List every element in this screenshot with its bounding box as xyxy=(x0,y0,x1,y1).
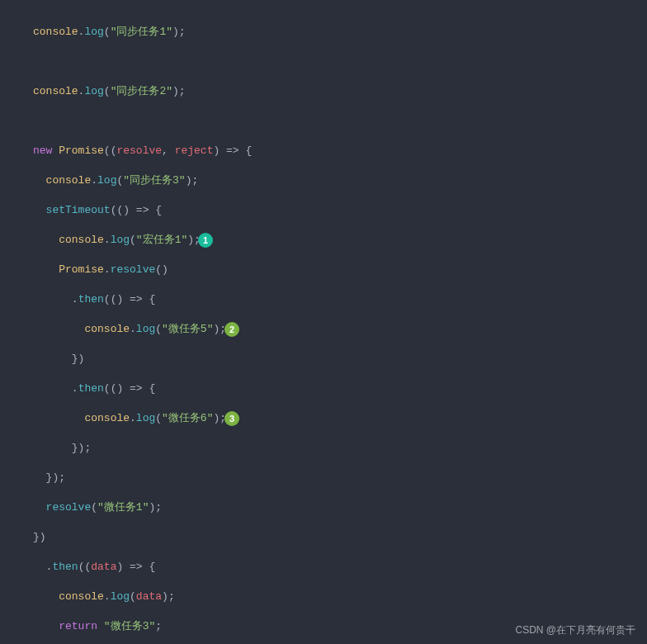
code-line: console.log("微任务5");2 xyxy=(33,322,614,337)
code-line: resolve("微任务1"); xyxy=(33,500,614,515)
code-line: new Promise((resolve, reject) => { xyxy=(33,144,614,159)
code-line: .then(() => { xyxy=(33,381,614,396)
code-line: }); xyxy=(33,471,614,485)
code-line: Promise.resolve() xyxy=(33,263,614,277)
code-line: console.log("同步任务1"); xyxy=(33,25,614,40)
code-line: console.log("微任务6");3 xyxy=(33,411,614,426)
code-line: .then((data) => { xyxy=(33,560,614,575)
annotation-badge-3: 3 xyxy=(224,411,239,426)
code-block: console.log("同步任务1"); console.log("同步任务2… xyxy=(0,0,647,644)
code-line: console.log("宏任务1");1 xyxy=(33,233,614,248)
code-line: }) xyxy=(33,530,614,545)
code-line: .then(() => { xyxy=(33,292,614,307)
annotation-badge-2: 2 xyxy=(224,322,239,337)
code-line: }) xyxy=(33,352,614,367)
code-line: setTimeout(() => { xyxy=(33,203,614,218)
code-line: console.log("同步任务2"); xyxy=(33,84,614,99)
code-line: console.log("同步任务3"); xyxy=(33,173,614,188)
code-line: }); xyxy=(33,441,614,456)
annotation-badge-1: 1 xyxy=(198,233,213,248)
watermark: CSDN @在下月亮有何贵干 xyxy=(515,623,635,637)
code-line: console.log(data); xyxy=(33,590,614,604)
